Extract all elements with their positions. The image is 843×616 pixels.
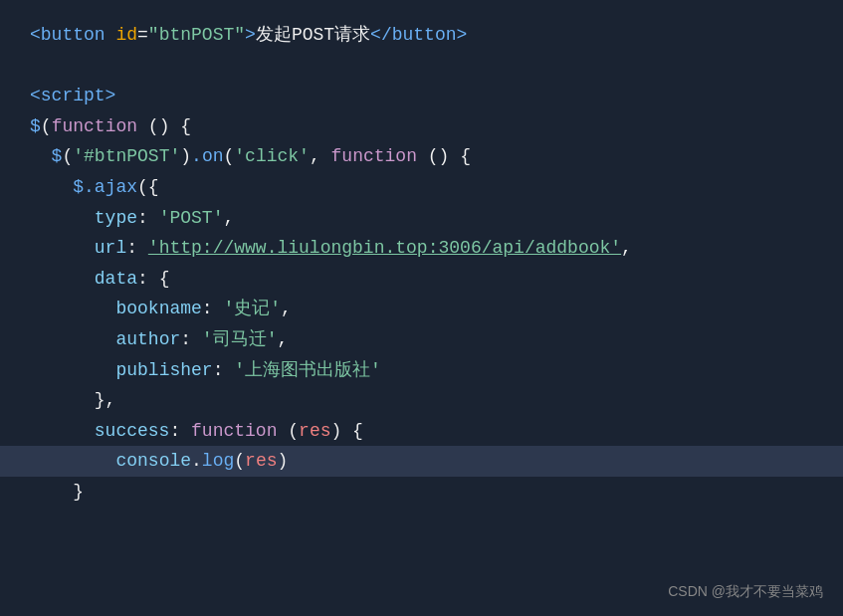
line-button: <button id="btnPOST">发起POST请求</button>: [30, 20, 813, 51]
colon-7: :: [169, 421, 191, 441]
tag-close-end: </button>: [370, 25, 467, 45]
paren-2: (: [62, 146, 73, 166]
line-console-log: console.log(res): [0, 446, 843, 477]
keyword-function-2: function: [331, 146, 417, 166]
watermark: CSDN @我才不要当菜鸡: [668, 583, 823, 601]
data-close-bracket: },: [95, 390, 116, 410]
dollar-2: $: [52, 146, 63, 166]
func-params: () {: [417, 146, 471, 166]
dot-1: .: [191, 451, 202, 471]
line-type: type: 'POST',: [30, 203, 813, 234]
method-on: .on: [191, 146, 223, 166]
comma-4: ,: [277, 329, 288, 349]
prop-success: success: [95, 421, 170, 441]
colon-3: : {: [137, 269, 169, 289]
tag-close-start: >: [245, 25, 256, 45]
equals: =: [137, 25, 148, 45]
line-success: success: function (res) {: [30, 416, 813, 447]
dollar-3: $: [73, 177, 84, 197]
colon-4: :: [202, 299, 224, 318]
log-method: log: [202, 451, 234, 471]
log-paren-close: ): [277, 451, 288, 471]
space-paren: () {: [137, 116, 191, 136]
colon-1: :: [137, 208, 159, 228]
val-publisher: '上海图书出版社': [234, 360, 381, 380]
prop-bookname: bookname: [115, 299, 201, 318]
method-ajax: .ajax: [84, 177, 137, 197]
comma-space: ,: [310, 146, 331, 166]
line-func-close: }: [30, 477, 813, 508]
line-ajax: $.ajax({: [30, 172, 813, 203]
comma-1: ,: [223, 208, 234, 228]
prop-url: url: [95, 238, 126, 258]
colon-2: :: [126, 238, 148, 258]
colon-5: :: [180, 329, 202, 349]
paren-3: ): [180, 146, 191, 166]
line-script-open: <script>: [30, 81, 813, 111]
script-tag: <script>: [30, 86, 115, 105]
colon-6: :: [213, 360, 235, 380]
comma-3: ,: [281, 299, 292, 318]
log-paren-open: (: [234, 451, 245, 471]
click-string: 'click': [234, 146, 310, 166]
tag-open: <button: [30, 25, 115, 45]
val-author: '司马迁': [202, 329, 278, 349]
line-dollar-func: $(function () {: [30, 111, 813, 142]
var-res-param: res: [299, 421, 330, 441]
keyword-function-3: function: [191, 421, 277, 441]
val-bookname: '史记': [223, 299, 281, 318]
var-res: res: [245, 451, 277, 471]
attr-id: id: [115, 25, 137, 45]
code-block: <button id="btnPOST">发起POST请求</button> <…: [0, 0, 843, 616]
prop-author: author: [115, 329, 180, 349]
line-publisher: publisher: '上海图书出版社': [30, 355, 813, 386]
line-on-click: $('#btnPOST').on('click', function () {: [30, 141, 813, 172]
dollar-sign: $: [30, 116, 41, 136]
line-data: data: {: [30, 264, 813, 295]
prop-type: type: [95, 208, 137, 228]
ajax-paren: ({: [137, 177, 159, 197]
keyword-function-1: function: [52, 116, 137, 136]
func-res-close: ) {: [330, 421, 362, 441]
line-data-close: },: [30, 385, 813, 416]
paren-open: (: [41, 116, 52, 136]
val-post: 'POST': [159, 208, 224, 228]
paren-4: (: [223, 146, 234, 166]
prop-data: data: [95, 269, 137, 289]
button-text: 发起POST请求: [256, 25, 370, 45]
line-bookname: bookname: '史记',: [30, 294, 813, 324]
func-res-params: (: [277, 421, 299, 441]
bracket-close: }: [73, 482, 84, 502]
line-url: url: 'http://www.liulongbin.top:3006/api…: [30, 233, 813, 264]
console-obj: console: [115, 451, 191, 471]
attr-val-btnpost: "btnPOST": [148, 25, 245, 45]
prop-publisher: publisher: [115, 360, 212, 380]
empty-line-1: [30, 51, 813, 82]
val-url: 'http://www.liulongbin.top:3006/api/addb…: [148, 238, 621, 258]
line-author: author: '司马迁',: [30, 324, 813, 355]
selector-string: '#btnPOST': [73, 146, 180, 166]
comma-2: ,: [621, 238, 632, 258]
